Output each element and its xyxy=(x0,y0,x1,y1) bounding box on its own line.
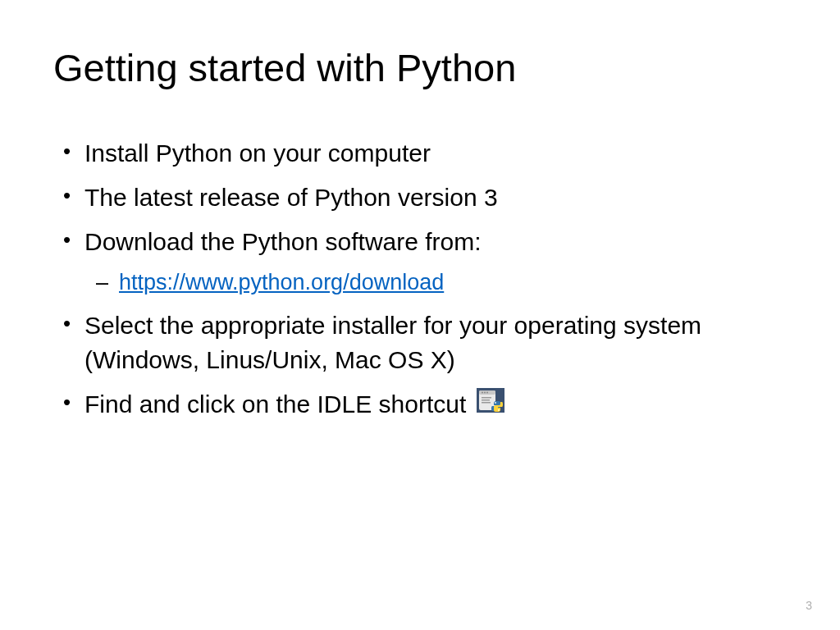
bullet-item: Download the Python software from: https… xyxy=(84,225,787,299)
sub-bullet-list: https://www.python.org/download xyxy=(84,267,787,299)
bullet-item: Find and click on the IDLE shortcut xyxy=(84,387,787,423)
bullet-text: Find and click on the IDLE shortcut xyxy=(84,390,466,418)
svg-point-5 xyxy=(486,392,488,394)
bullet-item: Install Python on your computer xyxy=(84,136,787,171)
slide: Getting started with Python Install Pyth… xyxy=(0,0,840,630)
svg-point-4 xyxy=(484,392,486,394)
idle-shortcut-icon xyxy=(477,387,504,422)
bullet-text: The latest release of Python version 3 xyxy=(84,184,498,211)
download-link[interactable]: https://www.python.org/download xyxy=(119,270,444,294)
slide-title: Getting started with Python xyxy=(53,45,787,91)
svg-rect-7 xyxy=(482,399,490,401)
bullet-text: Select the appropriate installer for you… xyxy=(84,312,701,373)
bullet-item: The latest release of Python version 3 xyxy=(84,180,787,215)
bullet-text: Install Python on your computer xyxy=(84,139,431,167)
svg-point-9 xyxy=(495,402,496,404)
svg-rect-6 xyxy=(482,397,491,399)
bullet-item: Select the appropriate installer for you… xyxy=(84,308,787,377)
sub-bullet-item: https://www.python.org/download xyxy=(119,267,787,299)
svg-point-10 xyxy=(498,409,500,411)
bullet-text: Download the Python software from: xyxy=(84,228,482,255)
svg-point-3 xyxy=(482,392,483,394)
page-number: 3 xyxy=(806,599,812,612)
slide-content: Install Python on your computer The late… xyxy=(53,136,787,423)
svg-rect-8 xyxy=(482,402,491,404)
bullet-list: Install Python on your computer The late… xyxy=(53,136,787,423)
